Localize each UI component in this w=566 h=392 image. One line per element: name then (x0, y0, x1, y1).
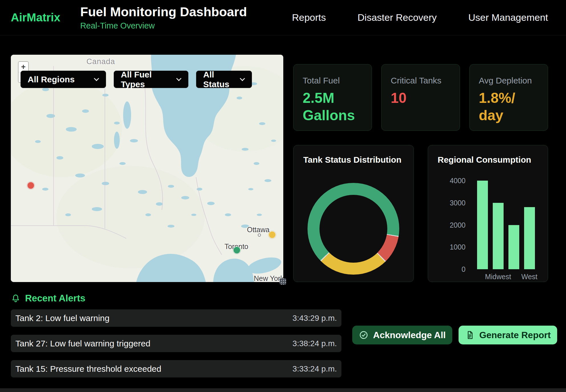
bar (493, 203, 504, 269)
stats-row: Total Fuel 2.5M Gallons Critical Tanks 1… (293, 64, 548, 131)
generate-report-button[interactable]: Generate Report (459, 326, 557, 344)
nav-user-management[interactable]: User Management (468, 12, 548, 23)
bar-column: West (524, 181, 535, 269)
chart-title: Regional Consumption (438, 155, 538, 165)
bar-chart-y-axis: 01000200030004000 (438, 181, 477, 269)
alerts-header: Recent Alerts (11, 293, 548, 304)
page-title: Fuel Monitoring Dashboard (80, 5, 247, 19)
map-label-new-york: New York (254, 274, 283, 282)
fuel-types-filter-value: All Fuel Types (121, 70, 172, 89)
acknowledge-all-button[interactable]: Acknowledge All (352, 326, 452, 344)
app-logo: AirMatrix (11, 11, 60, 24)
ottawa-city-dot (258, 233, 261, 236)
stat-value: 10 (391, 89, 451, 107)
fuel-types-filter-select[interactable]: All Fuel Types (114, 71, 188, 88)
tank-marker-warning[interactable] (268, 231, 276, 239)
chevron-down-icon (176, 76, 181, 81)
alert-message: Tank 27: Low fuel warning triggered (15, 339, 150, 348)
donut-chart (308, 183, 399, 275)
alerts-title: Recent Alerts (25, 293, 85, 304)
bar-column: Midwest (493, 181, 504, 269)
regions-filter-value: All Regions (28, 75, 75, 84)
alert-time: 3:43:29 p.m. (292, 314, 337, 323)
tank-marker-critical[interactable] (27, 181, 34, 189)
main-nav: Reports Disaster Recovery User Managemen… (292, 12, 548, 23)
bar-column (477, 181, 488, 269)
y-tick-label: 0 (462, 265, 466, 273)
chevron-down-icon (240, 76, 245, 81)
map-filters: All Regions All Fuel Types All Status (21, 71, 252, 88)
stat-value: 1.8%/ day (479, 89, 539, 124)
stat-label: Total Fuel (303, 76, 363, 85)
x-tick-label: West (521, 273, 538, 281)
status-filter-value: All Status (203, 70, 235, 89)
stat-value: 2.5M Gallons (303, 89, 363, 124)
alert-list: Tank 2: Low fuel warning 3:43:29 p.m. Ta… (11, 309, 341, 377)
map-label-ottawa: Ottawa (247, 226, 269, 234)
tank-status-distribution-card: Tank Status Distribution (293, 145, 414, 282)
bar (524, 207, 535, 269)
bell-icon (11, 293, 21, 303)
bottom-bar (0, 388, 566, 392)
recent-alerts-section: Recent Alerts Tank 2: Low fuel warning 3… (0, 282, 566, 377)
regions-filter-select[interactable]: All Regions (21, 71, 106, 88)
bar (508, 225, 519, 270)
tank-map: Canada Ottawa Toronto New York + − All R… (11, 55, 283, 282)
fuel-monitoring-dashboard: AirMatrix Fuel Monitoring Dashboard Real… (0, 0, 566, 377)
alert-time: 3:33:24 p.m. (292, 364, 337, 373)
bar-column (508, 181, 519, 269)
page-subtitle: Real-Time Overview (80, 21, 247, 30)
app-header: AirMatrix Fuel Monitoring Dashboard Real… (0, 0, 566, 35)
resize-handle[interactable] (280, 278, 286, 285)
y-tick-label: 3000 (450, 199, 466, 207)
charts-row: Tank Status Distribution Regional Consum… (293, 145, 548, 282)
alerts-body: Tank 2: Low fuel warning 3:43:29 p.m. Ta… (11, 309, 548, 377)
y-tick-label: 1000 (450, 243, 466, 251)
stat-card-total-fuel: Total Fuel 2.5M Gallons (293, 64, 372, 131)
alert-time: 3:38:24 p.m. (292, 339, 337, 348)
generate-report-label: Generate Report (479, 330, 551, 340)
chart-title: Tank Status Distribution (303, 155, 404, 165)
tank-marker-normal[interactable] (233, 246, 241, 254)
acknowledge-all-label: Acknowledge All (373, 330, 446, 340)
document-icon (465, 330, 475, 340)
x-tick-label: Midwest (485, 273, 511, 281)
alert-row: Tank 27: Low fuel warning triggered 3:38… (11, 335, 341, 352)
regional-consumption-card: Regional Consumption 01000200030004000 M… (428, 145, 548, 282)
y-tick-label: 2000 (450, 221, 466, 229)
map-label-canada: Canada (86, 57, 115, 66)
nav-disaster-recovery[interactable]: Disaster Recovery (358, 12, 437, 23)
stat-card-critical-tanks: Critical Tanks 10 (381, 64, 460, 131)
nav-reports[interactable]: Reports (292, 12, 326, 23)
main-content: Canada Ottawa Toronto New York + − All R… (0, 35, 566, 282)
bar-chart: 01000200030004000 MidwestWest (438, 181, 538, 269)
chevron-down-icon (94, 76, 99, 81)
check-circle-icon (359, 330, 368, 340)
stat-card-avg-depletion: Avg Depletion 1.8%/ day (469, 64, 548, 131)
bar (477, 181, 488, 269)
right-panel: Total Fuel 2.5M Gallons Critical Tanks 1… (293, 55, 548, 282)
status-filter-select[interactable]: All Status (196, 71, 252, 88)
alert-message: Tank 2: Low fuel warning (15, 313, 109, 323)
alert-row: Tank 15: Pressure threshold exceeded 3:3… (11, 360, 341, 377)
alert-row: Tank 2: Low fuel warning 3:43:29 p.m. (11, 309, 341, 327)
stat-label: Avg Depletion (479, 76, 539, 85)
title-block: Fuel Monitoring Dashboard Real-Time Over… (80, 5, 247, 30)
stat-label: Critical Tanks (391, 76, 451, 85)
bar-chart-bars: MidwestWest (477, 181, 535, 269)
alert-message: Tank 15: Pressure threshold exceeded (15, 364, 161, 374)
alert-actions: Acknowledge All Generate Report (352, 326, 557, 377)
y-tick-label: 4000 (450, 177, 466, 185)
